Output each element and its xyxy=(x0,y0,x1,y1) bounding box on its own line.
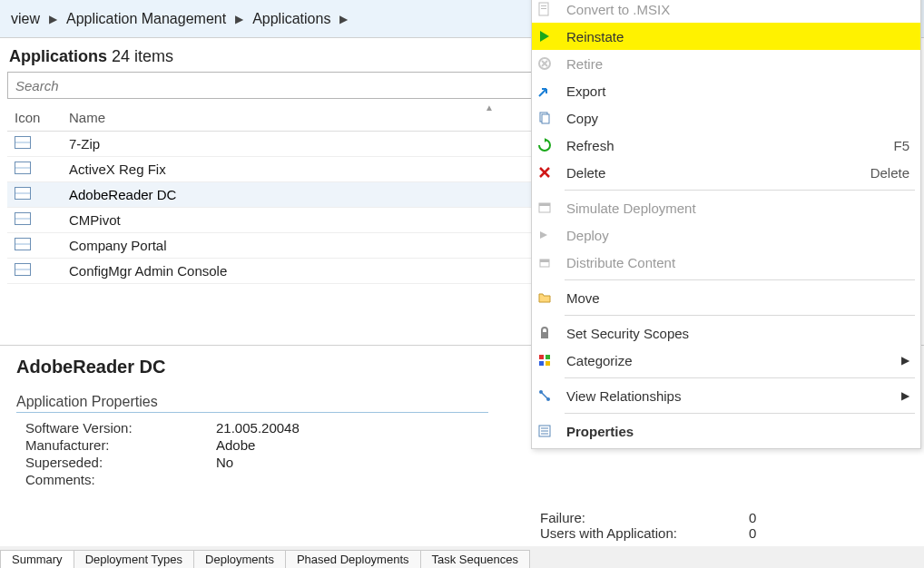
menu-item-label: Properties xyxy=(561,424,909,439)
breadcrumb-item[interactable]: Applications xyxy=(252,11,330,27)
svg-rect-16 xyxy=(540,260,549,262)
prop-value: 0 xyxy=(749,525,756,541)
column-header-name-label: Name xyxy=(69,110,105,125)
sort-ascending-icon: ▲ xyxy=(485,103,494,113)
svg-rect-8 xyxy=(542,114,549,123)
application-icon xyxy=(7,208,62,233)
relation-icon xyxy=(537,388,561,403)
menu-item-label: Deploy xyxy=(561,228,909,243)
menu-item-label: Categorize xyxy=(561,353,901,368)
menu-item-set-security-scopes[interactable]: Set Security Scopes xyxy=(532,319,920,347)
svg-line-24 xyxy=(542,393,547,398)
prop-key: Comments: xyxy=(25,472,216,487)
menu-item-distribute-content: Distribute Content xyxy=(532,249,920,276)
menu-separator xyxy=(565,279,915,280)
svg-marker-3 xyxy=(540,31,549,42)
menu-item-reinstate[interactable]: Reinstate xyxy=(532,23,920,50)
menu-item-export[interactable]: Export xyxy=(532,77,920,104)
prop-key: Failure: xyxy=(540,510,749,525)
menu-shortcut: Delete xyxy=(870,165,909,181)
menu-item-label: Set Security Scopes xyxy=(561,326,909,341)
categorize-icon xyxy=(537,353,561,367)
application-icon xyxy=(7,233,62,259)
tab-summary[interactable]: Summary xyxy=(0,550,74,568)
svg-rect-17 xyxy=(541,332,548,338)
chevron-right-icon: ▶ xyxy=(901,354,909,367)
menu-item-retire: Retire xyxy=(532,50,920,77)
chevron-right-icon: ▶ xyxy=(235,13,243,25)
menu-item-label: Move xyxy=(561,290,909,306)
svg-rect-21 xyxy=(546,361,550,366)
menu-item-deploy: Deploy xyxy=(532,221,920,249)
breadcrumb-item[interactable]: Application Management xyxy=(66,11,226,27)
tab-deployments[interactable]: Deployments xyxy=(193,550,286,568)
menu-item-label: Refresh xyxy=(561,138,893,153)
menu-item-label: Copy xyxy=(561,111,909,126)
menu-shortcut: F5 xyxy=(893,138,909,153)
menu-item-label: Delete xyxy=(561,165,870,181)
prop-key: Manufacturer: xyxy=(25,437,216,453)
svg-rect-13 xyxy=(539,203,550,206)
menu-separator xyxy=(565,190,915,191)
svg-marker-14 xyxy=(540,231,547,239)
lock-icon xyxy=(537,326,561,340)
package-icon xyxy=(537,255,561,269)
menu-item-properties[interactable]: Properties xyxy=(532,417,920,445)
tab-task-sequences[interactable]: Task Sequences xyxy=(420,550,530,568)
properties-icon xyxy=(537,424,561,438)
menu-item-refresh[interactable]: RefreshF5 xyxy=(532,132,920,159)
chevron-right-icon: ▶ xyxy=(901,389,909,402)
list-title: Applications xyxy=(9,47,107,65)
prop-value: No xyxy=(216,455,452,470)
prop-value: 0 xyxy=(749,510,756,525)
svg-rect-19 xyxy=(546,355,550,359)
refresh-icon xyxy=(537,138,561,152)
application-icon xyxy=(7,157,62,182)
chevron-right-icon: ▶ xyxy=(49,13,57,25)
menu-item-label: Reinstate xyxy=(561,29,909,44)
menu-item-label: View Relationships xyxy=(561,388,901,404)
prop-key: Superseded: xyxy=(25,455,216,470)
menu-item-convert-to-msix: Convert to .MSIX xyxy=(532,0,920,23)
svg-rect-2 xyxy=(541,8,546,9)
detail-right-column: Failure:0 Users with Application:0 xyxy=(540,510,756,541)
arrow-right-icon xyxy=(537,228,561,242)
copy-icon xyxy=(537,111,561,125)
detail-section-header: Application Properties xyxy=(16,394,488,413)
delete-icon xyxy=(537,165,561,180)
prop-value: Adobe xyxy=(216,437,452,453)
breadcrumb-item[interactable]: view xyxy=(11,11,40,27)
arrow-out-icon xyxy=(537,83,561,98)
menu-item-delete[interactable]: DeleteDelete xyxy=(532,159,920,186)
menu-item-copy[interactable]: Copy xyxy=(532,104,920,132)
menu-item-label: Export xyxy=(561,83,909,99)
menu-item-label: Simulate Deployment xyxy=(561,201,909,216)
menu-item-label: Retire xyxy=(561,56,909,72)
chevron-right-icon: ▶ xyxy=(339,13,348,25)
application-icon xyxy=(7,132,62,157)
menu-item-categorize[interactable]: Categorize▶ xyxy=(532,347,920,374)
application-icon xyxy=(7,182,62,208)
prop-key: Software Version: xyxy=(25,420,216,436)
tab-phased-deployments[interactable]: Phased Deployments xyxy=(285,550,421,568)
menu-item-label: Convert to .MSIX xyxy=(561,2,909,17)
prop-key: Users with Application: xyxy=(540,525,749,541)
svg-rect-1 xyxy=(541,5,546,6)
menu-separator xyxy=(565,315,915,316)
window-icon xyxy=(537,201,561,215)
column-header-icon[interactable]: Icon xyxy=(7,104,62,132)
menu-item-move[interactable]: Move xyxy=(532,284,920,311)
page-icon xyxy=(537,2,561,16)
close-gray-icon xyxy=(537,56,561,71)
svg-rect-18 xyxy=(539,355,544,359)
tab-deployment-types[interactable]: Deployment Types xyxy=(74,550,194,568)
detail-tabs: Summary Deployment Types Deployments Pha… xyxy=(0,546,924,568)
prop-value: 21.005.20048 xyxy=(216,420,452,436)
context-menu: Convert to .MSIXReinstateRetireExportCop… xyxy=(531,0,921,449)
menu-item-view-relationships[interactable]: View Relationships▶ xyxy=(532,382,920,409)
play-icon xyxy=(537,29,561,44)
svg-marker-9 xyxy=(545,138,547,142)
application-icon xyxy=(7,259,62,284)
menu-item-simulate-deployment: Simulate Deployment xyxy=(532,194,920,221)
folder-icon xyxy=(537,290,561,305)
